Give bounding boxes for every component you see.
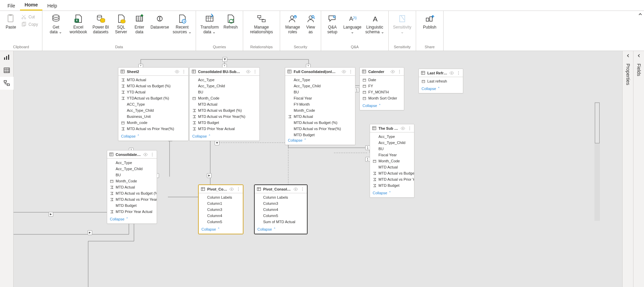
table-header[interactable]: Consolidated BU-Sub… xyxy=(190,68,259,76)
field-row[interactable]: Column3 xyxy=(255,200,307,207)
field-row[interactable]: MTD Actual xyxy=(118,77,188,83)
field-row[interactable]: Acc_Type xyxy=(285,77,355,83)
field-row[interactable]: MTD Budget xyxy=(370,182,414,189)
expand-fields-button[interactable] xyxy=(637,51,641,62)
field-row[interactable]: Acc_Type_Child xyxy=(118,107,188,113)
collapse-ribbon-button[interactable] xyxy=(637,11,644,51)
visibility-icon[interactable] xyxy=(143,152,148,157)
sensitivity-button[interactable]: Sensitivity ⌄ xyxy=(391,12,413,36)
table-calender[interactable]: CalenderDateFYFY_MONTHMonth Sort OrderCo… xyxy=(359,67,404,110)
sql-server-button[interactable]: SQL Server xyxy=(112,12,130,36)
field-row[interactable]: MTD Actual xyxy=(370,164,414,170)
visibility-icon[interactable] xyxy=(341,69,346,74)
minimap[interactable] xyxy=(594,102,600,221)
menu-tab-help[interactable]: Help xyxy=(42,1,62,11)
field-row[interactable]: Date xyxy=(360,77,404,83)
field-row[interactable]: YTDActual vs Budget (%) xyxy=(118,95,188,101)
field-row[interactable]: Fiscal Year xyxy=(370,152,414,158)
collapse-link[interactable]: Collapse ˄ xyxy=(363,104,381,108)
field-row[interactable]: Column5 xyxy=(199,219,243,225)
table-sub-totals[interactable]: The Sub TotalsAcc_TypeAcc_Type_ChildBUFi… xyxy=(370,124,414,198)
more-options-icon[interactable] xyxy=(181,69,186,74)
more-options-icon[interactable] xyxy=(348,69,353,74)
field-row[interactable]: BU xyxy=(107,172,157,178)
more-options-icon[interactable] xyxy=(253,69,257,74)
cut-button[interactable]: Cut xyxy=(20,14,39,20)
table-consolidated-bu-sub[interactable]: Consolidated BU-Sub…Acc_TypeAcc_Type_Chi… xyxy=(189,67,260,141)
menu-tab-home[interactable]: Home xyxy=(20,0,43,11)
data-view-button[interactable] xyxy=(0,64,14,77)
table-header[interactable]: Pivot_Consol-BU,SubBU,Sta… xyxy=(255,185,307,193)
collapse-link[interactable]: Collapse ˄ xyxy=(422,87,440,91)
field-row[interactable]: Acc_Type_Child xyxy=(107,166,157,172)
visibility-icon[interactable] xyxy=(246,69,251,74)
field-row[interactable]: MTD Actual vs Budget (%) xyxy=(285,120,355,126)
table-pivot-consol-only-bus[interactable]: Pivot_Consol only BUsColumn LabelsColumn… xyxy=(198,185,243,234)
field-row[interactable]: MTD Actual xyxy=(190,101,259,107)
visibility-icon[interactable] xyxy=(293,187,298,192)
field-row[interactable]: Acc_Type xyxy=(370,133,414,140)
dataverse-button[interactable]: Dataverse xyxy=(149,12,171,31)
powerbi-datasets-button[interactable]: Power BI datasets xyxy=(90,12,112,36)
field-row[interactable]: Acc_Type_Child xyxy=(370,140,414,146)
field-row[interactable]: Last refresh xyxy=(419,78,463,84)
field-row[interactable]: MTD Actual vs Prior Year(%) xyxy=(118,126,188,132)
model-canvas[interactable]: Sheet2MTD ActualMTD Actual vs Budget (%)… xyxy=(14,51,622,287)
field-row[interactable]: BU xyxy=(190,89,259,95)
qa-setup-button[interactable]: Q&A setup xyxy=(324,12,341,36)
table-header[interactable]: Sheet2 xyxy=(118,68,188,76)
minimap-viewport[interactable] xyxy=(595,103,600,143)
field-row[interactable]: Acc_Type xyxy=(190,77,259,83)
table-pivot-consol-bu-subbu[interactable]: Pivot_Consol-BU,SubBU,Sta…Column LabelsC… xyxy=(254,185,307,234)
table-header[interactable]: Pivot_Consol only BUs xyxy=(199,185,243,193)
field-row[interactable]: MTD Budget xyxy=(190,120,259,126)
field-row[interactable]: FY xyxy=(360,83,404,89)
field-row[interactable]: BU xyxy=(285,89,355,95)
field-row[interactable]: Column4 xyxy=(255,207,307,213)
more-options-icon[interactable] xyxy=(300,187,305,192)
field-row[interactable]: Month Sort Order xyxy=(360,95,404,101)
field-row[interactable]: Acc_Type_Child xyxy=(285,83,355,89)
get-data-button[interactable]: Get data ⌄ xyxy=(45,12,67,36)
field-row[interactable]: MTD Actual vs Budget (%) xyxy=(118,83,188,89)
table-header[interactable]: The Sub Totals xyxy=(370,124,414,132)
field-row[interactable]: Acc_Type xyxy=(107,160,157,166)
paste-button[interactable]: Paste xyxy=(3,12,19,31)
table-header[interactable]: Last Refreshed xyxy=(419,69,463,77)
field-row[interactable]: Fiscal Year xyxy=(285,95,355,101)
field-row[interactable]: MTD Actual vs Prior Year(%) xyxy=(370,176,414,182)
collapse-link[interactable]: Collapse ˄ xyxy=(288,138,306,142)
field-row[interactable]: MTD Actual xyxy=(107,184,157,190)
collapse-link[interactable]: Collapse ˄ xyxy=(201,227,220,231)
collapse-link[interactable]: Collapse ˄ xyxy=(373,191,391,195)
visibility-icon[interactable] xyxy=(401,126,405,131)
field-row[interactable]: MTD Actual vs Prior Year(%) xyxy=(285,126,355,132)
expand-properties-button[interactable] xyxy=(626,51,630,62)
field-row[interactable]: MTD Actual vs Budget (%) xyxy=(370,170,414,176)
transform-data-button[interactable]: Transform data ⌄ xyxy=(199,12,220,36)
field-row[interactable]: Month_Code xyxy=(370,158,414,164)
more-options-icon[interactable] xyxy=(236,187,241,192)
visibility-icon[interactable] xyxy=(390,69,395,74)
recent-sources-button[interactable]: Recent sources ⌄ xyxy=(171,12,193,36)
field-row[interactable]: YTD Actual xyxy=(118,89,188,95)
field-row[interactable]: Acc_Type_Child xyxy=(190,83,259,89)
collapse-link[interactable]: Collapse ˄ xyxy=(257,227,276,231)
field-row[interactable]: Sum of MTD Actual xyxy=(255,219,307,225)
table-header[interactable]: Calender xyxy=(360,68,404,76)
refresh-button[interactable]: Refresh xyxy=(221,12,240,31)
table-header[interactable]: Consolidated only BUs xyxy=(107,150,157,159)
visibility-icon[interactable] xyxy=(229,187,234,192)
field-row[interactable]: Column Labels xyxy=(199,194,243,200)
table-last-refreshed[interactable]: Last RefreshedLast refreshCollapse ˄ xyxy=(418,69,463,93)
field-row[interactable]: MTD Actual vs Budget (%) xyxy=(190,107,259,113)
publish-button[interactable]: Publish xyxy=(419,12,441,31)
enter-data-button[interactable]: Enter data xyxy=(131,12,148,36)
more-options-icon[interactable] xyxy=(456,71,461,75)
table-header[interactable]: Full Consolidated(onl… xyxy=(285,68,355,76)
more-options-icon[interactable] xyxy=(407,126,412,131)
field-row[interactable]: MTD Prior Year Actual xyxy=(190,126,259,132)
more-options-icon[interactable] xyxy=(150,152,155,157)
field-row[interactable]: Business_Unit xyxy=(118,113,188,120)
field-row[interactable]: MTD Actual vs Prior Year(%) xyxy=(107,196,157,202)
